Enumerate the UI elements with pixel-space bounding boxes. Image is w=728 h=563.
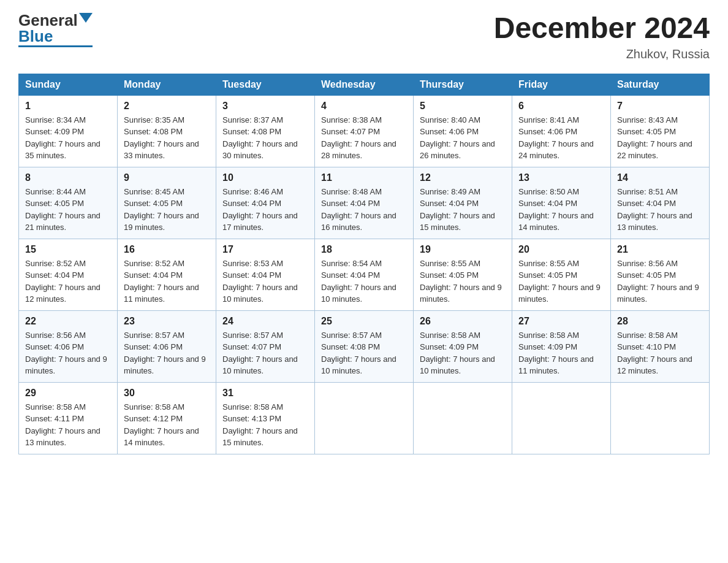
day-number: 29 bbox=[25, 388, 111, 399]
day-number: 18 bbox=[321, 244, 407, 255]
day-cell-8: 8 Sunrise: 8:44 AMSunset: 4:05 PMDayligh… bbox=[19, 167, 118, 239]
header-wednesday: Wednesday bbox=[315, 74, 414, 95]
logo-triangle-icon bbox=[79, 13, 93, 23]
calendar-table: Sunday Monday Tuesday Wednesday Thursday… bbox=[18, 74, 710, 454]
day-info: Sunrise: 8:48 AMSunset: 4:04 PMDaylight:… bbox=[321, 187, 396, 232]
day-number: 11 bbox=[321, 172, 407, 183]
day-info: Sunrise: 8:45 AMSunset: 4:05 PMDaylight:… bbox=[124, 187, 199, 232]
week-row-4: 22 Sunrise: 8:56 AMSunset: 4:06 PMDaylig… bbox=[19, 310, 710, 382]
day-cell-5: 5 Sunrise: 8:40 AMSunset: 4:06 PMDayligh… bbox=[414, 95, 512, 167]
day-cell-19: 19 Sunrise: 8:55 AMSunset: 4:05 PMDaylig… bbox=[414, 239, 512, 310]
day-cell-27: 27 Sunrise: 8:58 AMSunset: 4:09 PMDaylig… bbox=[512, 310, 611, 382]
day-cell-12: 12 Sunrise: 8:49 AMSunset: 4:04 PMDaylig… bbox=[414, 167, 512, 239]
day-cell-13: 13 Sunrise: 8:50 AMSunset: 4:04 PMDaylig… bbox=[512, 167, 611, 239]
day-cell-22: 22 Sunrise: 8:56 AMSunset: 4:06 PMDaylig… bbox=[19, 310, 118, 382]
day-info: Sunrise: 8:40 AMSunset: 4:06 PMDaylight:… bbox=[420, 115, 495, 161]
day-cell-11: 11 Sunrise: 8:48 AMSunset: 4:04 PMDaylig… bbox=[315, 167, 414, 239]
empty-cell bbox=[414, 382, 512, 454]
day-number: 31 bbox=[222, 388, 308, 399]
day-info: Sunrise: 8:49 AMSunset: 4:04 PMDaylight:… bbox=[420, 187, 495, 232]
day-cell-31: 31 Sunrise: 8:58 AMSunset: 4:13 PMDaylig… bbox=[216, 382, 315, 454]
day-number: 30 bbox=[124, 388, 210, 399]
day-number: 2 bbox=[124, 101, 210, 112]
day-info: Sunrise: 8:53 AMSunset: 4:04 PMDaylight:… bbox=[222, 259, 298, 304]
day-info: Sunrise: 8:38 AMSunset: 4:07 PMDaylight:… bbox=[321, 115, 396, 161]
day-cell-3: 3 Sunrise: 8:37 AMSunset: 4:08 PMDayligh… bbox=[216, 95, 315, 167]
day-cell-7: 7 Sunrise: 8:43 AMSunset: 4:05 PMDayligh… bbox=[611, 95, 710, 167]
day-info: Sunrise: 8:58 AMSunset: 4:11 PMDaylight:… bbox=[25, 402, 100, 448]
day-number: 26 bbox=[420, 316, 506, 327]
day-info: Sunrise: 8:56 AMSunset: 4:05 PMDaylight:… bbox=[617, 259, 699, 304]
day-cell-23: 23 Sunrise: 8:57 AMSunset: 4:06 PMDaylig… bbox=[118, 310, 216, 382]
weekday-header-row: Sunday Monday Tuesday Wednesday Thursday… bbox=[19, 74, 710, 95]
day-cell-26: 26 Sunrise: 8:58 AMSunset: 4:09 PMDaylig… bbox=[414, 310, 512, 382]
day-cell-18: 18 Sunrise: 8:54 AMSunset: 4:04 PMDaylig… bbox=[315, 239, 414, 310]
day-number: 27 bbox=[518, 316, 604, 327]
day-number: 5 bbox=[420, 101, 506, 112]
day-number: 1 bbox=[25, 101, 111, 112]
title-section: December 2024 Zhukov, Russia bbox=[494, 12, 710, 61]
day-info: Sunrise: 8:46 AMSunset: 4:04 PMDaylight:… bbox=[222, 187, 298, 232]
day-number: 20 bbox=[518, 244, 604, 255]
header-sunday: Sunday bbox=[19, 74, 118, 95]
day-cell-28: 28 Sunrise: 8:58 AMSunset: 4:10 PMDaylig… bbox=[611, 310, 710, 382]
day-info: Sunrise: 8:58 AMSunset: 4:10 PMDaylight:… bbox=[617, 331, 692, 376]
day-cell-1: 1 Sunrise: 8:34 AMSunset: 4:09 PMDayligh… bbox=[19, 95, 118, 167]
day-cell-29: 29 Sunrise: 8:58 AMSunset: 4:11 PMDaylig… bbox=[19, 382, 118, 454]
day-number: 28 bbox=[617, 316, 703, 327]
day-cell-4: 4 Sunrise: 8:38 AMSunset: 4:07 PMDayligh… bbox=[315, 95, 414, 167]
logo: General Blue bbox=[18, 12, 93, 47]
day-info: Sunrise: 8:57 AMSunset: 4:08 PMDaylight:… bbox=[321, 331, 396, 376]
day-cell-25: 25 Sunrise: 8:57 AMSunset: 4:08 PMDaylig… bbox=[315, 310, 414, 382]
month-title: December 2024 bbox=[494, 12, 710, 45]
day-number: 23 bbox=[124, 316, 210, 327]
empty-cell bbox=[315, 382, 414, 454]
day-info: Sunrise: 8:58 AMSunset: 4:09 PMDaylight:… bbox=[420, 331, 495, 376]
day-cell-10: 10 Sunrise: 8:46 AMSunset: 4:04 PMDaylig… bbox=[216, 167, 315, 239]
day-info: Sunrise: 8:57 AMSunset: 4:07 PMDaylight:… bbox=[222, 331, 298, 376]
logo-blue-text: Blue bbox=[18, 28, 53, 44]
day-info: Sunrise: 8:58 AMSunset: 4:12 PMDaylight:… bbox=[124, 402, 199, 448]
logo-underline bbox=[18, 45, 93, 47]
day-number: 10 bbox=[222, 172, 308, 183]
day-cell-17: 17 Sunrise: 8:53 AMSunset: 4:04 PMDaylig… bbox=[216, 239, 315, 310]
day-info: Sunrise: 8:52 AMSunset: 4:04 PMDaylight:… bbox=[124, 259, 199, 304]
day-number: 6 bbox=[518, 101, 604, 112]
day-number: 14 bbox=[617, 172, 703, 183]
header-friday: Friday bbox=[512, 74, 611, 95]
day-info: Sunrise: 8:55 AMSunset: 4:05 PMDaylight:… bbox=[518, 259, 601, 304]
day-number: 15 bbox=[25, 244, 111, 255]
location-text: Zhukov, Russia bbox=[494, 47, 710, 61]
day-info: Sunrise: 8:55 AMSunset: 4:05 PMDaylight:… bbox=[420, 259, 502, 304]
day-cell-14: 14 Sunrise: 8:51 AMSunset: 4:04 PMDaylig… bbox=[611, 167, 710, 239]
page-header: General Blue December 2024 Zhukov, Russi… bbox=[18, 12, 710, 61]
day-info: Sunrise: 8:57 AMSunset: 4:06 PMDaylight:… bbox=[124, 331, 206, 376]
day-cell-6: 6 Sunrise: 8:41 AMSunset: 4:06 PMDayligh… bbox=[512, 95, 611, 167]
week-row-2: 8 Sunrise: 8:44 AMSunset: 4:05 PMDayligh… bbox=[19, 167, 710, 239]
empty-cell bbox=[512, 382, 611, 454]
day-cell-15: 15 Sunrise: 8:52 AMSunset: 4:04 PMDaylig… bbox=[19, 239, 118, 310]
day-number: 19 bbox=[420, 244, 506, 255]
day-cell-16: 16 Sunrise: 8:52 AMSunset: 4:04 PMDaylig… bbox=[118, 239, 216, 310]
day-number: 17 bbox=[222, 244, 308, 255]
day-info: Sunrise: 8:56 AMSunset: 4:06 PMDaylight:… bbox=[25, 331, 107, 376]
day-info: Sunrise: 8:50 AMSunset: 4:04 PMDaylight:… bbox=[518, 187, 594, 232]
header-tuesday: Tuesday bbox=[216, 74, 315, 95]
day-number: 12 bbox=[420, 172, 506, 183]
day-number: 22 bbox=[25, 316, 111, 327]
day-number: 8 bbox=[25, 172, 111, 183]
day-info: Sunrise: 8:51 AMSunset: 4:04 PMDaylight:… bbox=[617, 187, 692, 232]
day-info: Sunrise: 8:37 AMSunset: 4:08 PMDaylight:… bbox=[222, 115, 298, 161]
day-number: 24 bbox=[222, 316, 308, 327]
week-row-3: 15 Sunrise: 8:52 AMSunset: 4:04 PMDaylig… bbox=[19, 239, 710, 310]
day-cell-20: 20 Sunrise: 8:55 AMSunset: 4:05 PMDaylig… bbox=[512, 239, 611, 310]
day-number: 16 bbox=[124, 244, 210, 255]
day-number: 25 bbox=[321, 316, 407, 327]
svg-marker-0 bbox=[79, 13, 93, 23]
day-number: 7 bbox=[617, 101, 703, 112]
day-info: Sunrise: 8:41 AMSunset: 4:06 PMDaylight:… bbox=[518, 115, 594, 161]
day-info: Sunrise: 8:54 AMSunset: 4:04 PMDaylight:… bbox=[321, 259, 396, 304]
day-number: 13 bbox=[518, 172, 604, 183]
day-cell-2: 2 Sunrise: 8:35 AMSunset: 4:08 PMDayligh… bbox=[118, 95, 216, 167]
header-saturday: Saturday bbox=[611, 74, 710, 95]
